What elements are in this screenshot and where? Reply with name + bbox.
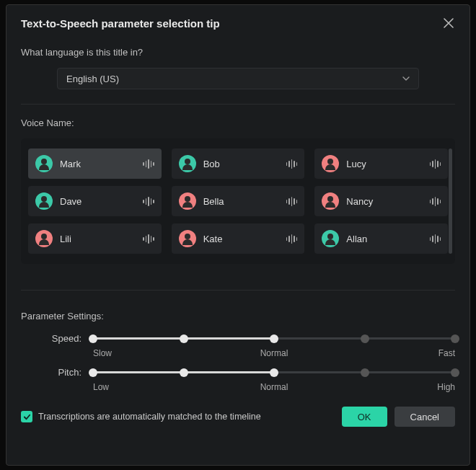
- pitch-slider[interactable]: [93, 371, 455, 373]
- voice-name-label: Nancy: [346, 196, 373, 207]
- dialog-title: Text-to-Speech parameter selection tip: [21, 17, 220, 30]
- voice-card-lucy[interactable]: Lucy: [314, 148, 448, 179]
- avatar: [179, 192, 196, 210]
- pitch-slider-row: Pitch:: [21, 367, 455, 378]
- speed-slider[interactable]: [93, 337, 455, 340]
- waveform-icon[interactable]: [286, 159, 298, 169]
- pitch-label: Pitch:: [21, 367, 93, 378]
- language-label: What language is this title in?: [21, 47, 455, 58]
- avatar: [35, 230, 53, 247]
- voice-name-label: Lucy: [346, 159, 366, 169]
- waveform-icon[interactable]: [430, 196, 441, 206]
- waveform-icon[interactable]: [430, 159, 441, 169]
- voice-name-label: Mark: [60, 159, 81, 169]
- voice-card-bob[interactable]: Bob: [172, 148, 305, 179]
- divider: [21, 290, 455, 291]
- speed-label: Speed:: [21, 333, 93, 344]
- params-label: Parameter Settings:: [21, 311, 455, 322]
- voice-card-lili[interactable]: Lili: [28, 223, 162, 254]
- voice-name-label: Kate: [203, 234, 223, 244]
- chevron-down-icon: [402, 74, 410, 84]
- auto-match-checkbox-row: Transcriptions are automatically matched…: [21, 411, 261, 422]
- avatar: [179, 230, 196, 247]
- avatar: [179, 155, 196, 172]
- check-icon: [23, 413, 31, 421]
- voice-card-nancy[interactable]: Nancy: [314, 186, 448, 216]
- waveform-icon[interactable]: [430, 234, 441, 244]
- speed-slider-row: Speed:: [21, 333, 455, 344]
- voice-card-allan[interactable]: Allan: [314, 223, 448, 254]
- waveform-icon[interactable]: [143, 159, 154, 169]
- speed-ticks: Slow Normal Fast: [93, 348, 455, 360]
- avatar: [322, 192, 339, 210]
- voice-card-kate[interactable]: Kate: [172, 223, 305, 254]
- tts-dialog: Text-to-Speech parameter selection tip W…: [6, 4, 470, 466]
- cancel-button[interactable]: Cancel: [395, 407, 455, 427]
- voice-label: Voice Name:: [21, 117, 455, 128]
- auto-match-label: Transcriptions are automatically matched…: [38, 412, 261, 422]
- avatar: [35, 192, 53, 210]
- voice-grid: MarkBobLucyDaveBellaNancyLiliKateAllan: [28, 148, 448, 254]
- voice-card-bella[interactable]: Bella: [172, 186, 305, 216]
- voice-panel: MarkBobLucyDaveBellaNancyLiliKateAllan: [21, 138, 455, 264]
- close-button[interactable]: [442, 17, 455, 30]
- divider: [21, 104, 455, 105]
- auto-match-checkbox[interactable]: [21, 411, 32, 422]
- pitch-ticks: Low Normal High: [93, 382, 455, 394]
- close-icon: [444, 18, 454, 28]
- dialog-header: Text-to-Speech parameter selection tip: [21, 17, 455, 30]
- waveform-icon[interactable]: [143, 196, 154, 206]
- language-selected-value: English (US): [66, 74, 119, 84]
- language-select[interactable]: English (US): [57, 68, 419, 89]
- voice-name-label: Allan: [346, 234, 367, 244]
- voice-name-label: Bella: [203, 196, 224, 207]
- dialog-footer: Transcriptions are automatically matched…: [21, 407, 455, 427]
- waveform-icon[interactable]: [286, 196, 298, 206]
- avatar: [322, 155, 339, 172]
- voice-name-label: Lili: [60, 234, 71, 244]
- waveform-icon[interactable]: [286, 234, 298, 244]
- scrollbar[interactable]: [449, 148, 452, 254]
- voice-card-mark[interactable]: Mark: [28, 148, 162, 179]
- voice-card-dave[interactable]: Dave: [28, 186, 162, 216]
- voice-name-label: Bob: [203, 159, 220, 169]
- voice-name-label: Dave: [60, 196, 81, 207]
- waveform-icon[interactable]: [143, 234, 154, 244]
- avatar: [35, 155, 53, 172]
- ok-button[interactable]: OK: [342, 407, 387, 427]
- avatar: [322, 230, 339, 247]
